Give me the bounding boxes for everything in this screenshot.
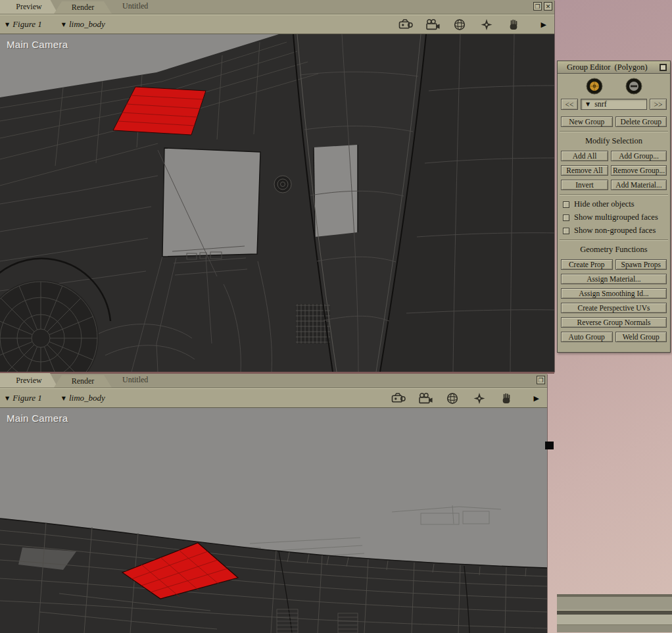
- reverse-group-normals-button[interactable]: Reverse Group Normals: [561, 317, 667, 328]
- remove-all-button[interactable]: Remove All: [561, 165, 608, 176]
- speaker-detail: [274, 176, 291, 193]
- remove-group-button[interactable]: Remove Group...: [611, 165, 667, 176]
- prev-group-button[interactable]: <<: [561, 99, 578, 110]
- tab-preview-label: Preview: [16, 376, 41, 386]
- new-group-button[interactable]: New Group: [561, 116, 613, 127]
- group-editor-panel: Group Editor (Polygon) << ▼ snrf >>: [557, 61, 671, 353]
- add-material-button[interactable]: Add Material...: [611, 180, 667, 190]
- viewport-toolbar: ▼ Figure 1 ▼ limo_body ▶: [0, 388, 547, 408]
- deselect-polygons-tool-icon[interactable]: [625, 78, 642, 95]
- tab-preview[interactable]: Preview: [0, 373, 58, 388]
- auto-group-button[interactable]: Auto Group: [561, 332, 613, 342]
- weld-group-button[interactable]: Weld Group: [615, 332, 667, 342]
- posing-camera-icon[interactable]: [424, 18, 441, 31]
- checkbox-label: Hide other objects: [574, 199, 635, 209]
- group-select-value: snrf: [594, 99, 607, 109]
- chevron-down-icon: ▼: [5, 395, 9, 401]
- document-title: Untitled: [122, 375, 148, 385]
- add-group-button[interactable]: Add Group...: [611, 151, 667, 161]
- tab-render[interactable]: Render: [54, 375, 112, 388]
- figure-menu-label: Figure 1: [12, 19, 42, 30]
- actor-menu[interactable]: ▼ limo_body: [62, 393, 105, 403]
- dock-stripes: [557, 594, 672, 633]
- invert-button[interactable]: Invert: [561, 180, 608, 190]
- figure-menu[interactable]: ▼ Figure 1: [5, 393, 42, 403]
- viewport-bottom: Main Camera: [0, 408, 547, 633]
- move-icon[interactable]: [478, 18, 495, 31]
- create-prop-button[interactable]: Create Prop: [561, 259, 613, 270]
- chevron-down-icon: ▼: [586, 101, 590, 107]
- wireframe-scene-interior[interactable]: [0, 34, 554, 372]
- window-controls: ❐: [537, 376, 545, 384]
- select-polygons-tool-icon[interactable]: [586, 78, 603, 95]
- checkbox-icon[interactable]: [563, 228, 569, 234]
- window-titlebar: Preview Render Untitled ❐: [0, 374, 547, 388]
- face-camera-icon[interactable]: [390, 392, 407, 405]
- camera-controls: ▶: [390, 392, 542, 405]
- viewport-top: Main Camera: [0, 34, 554, 372]
- group-select[interactable]: ▼ snrf: [581, 99, 647, 110]
- spawn-props-button[interactable]: Spawn Props: [615, 259, 667, 270]
- modify-selection-header: Modify Selection: [558, 136, 670, 146]
- tab-render-label: Render: [72, 376, 95, 386]
- face-camera-icon[interactable]: [397, 18, 414, 31]
- desktop: Preview Render Untitled ❐ ✕ ▼ Figure 1 ▼…: [0, 0, 672, 633]
- checkbox-label: Show non-grouped faces: [574, 226, 656, 236]
- add-all-button[interactable]: Add All: [561, 151, 608, 161]
- trackball-icon[interactable]: [451, 18, 468, 31]
- checkbox-icon[interactable]: [563, 215, 569, 221]
- grouping-tools: [558, 78, 670, 95]
- close-icon[interactable]: ✕: [544, 2, 552, 11]
- dock-handle[interactable]: [545, 442, 554, 449]
- divider: [560, 131, 668, 132]
- restore-icon[interactable]: ❐: [533, 2, 542, 11]
- chevron-down-icon: ▼: [62, 395, 66, 401]
- assign-material-button[interactable]: Assign Material...: [561, 274, 667, 284]
- show-multigrouped-faces-checkbox[interactable]: Show multigrouped faces: [563, 213, 665, 222]
- camera-controls: ▶: [397, 18, 549, 31]
- tab-render-label: Render: [72, 3, 95, 13]
- trackball-icon[interactable]: [444, 392, 461, 405]
- group-editor-titlebar[interactable]: Group Editor (Polygon): [558, 61, 670, 74]
- window-titlebar: Preview Render Untitled ❐ ✕: [0, 0, 554, 14]
- camera-name-label[interactable]: Main Camera: [7, 413, 68, 424]
- chevron-down-icon: ▼: [62, 22, 66, 28]
- geometry-functions-header: Geometry Functions: [558, 245, 670, 255]
- posing-camera-icon[interactable]: [417, 392, 434, 405]
- assign-smoothing-id-button[interactable]: Assign Smoothing Id...: [561, 288, 667, 299]
- divider: [560, 240, 668, 241]
- figure-menu-label: Figure 1: [12, 393, 42, 403]
- checkbox-icon[interactable]: [563, 201, 569, 208]
- group-editor-title: Group Editor (Polygon): [567, 63, 648, 72]
- textured-detail: [296, 304, 330, 343]
- actor-menu-label: limo_body: [69, 393, 105, 403]
- camera-name-label[interactable]: Main Camera: [7, 39, 68, 50]
- hide-other-objects-checkbox[interactable]: Hide other objects: [563, 199, 665, 209]
- tab-preview-label: Preview: [16, 2, 41, 12]
- move-icon[interactable]: [471, 392, 488, 405]
- next-group-button[interactable]: >>: [650, 99, 667, 110]
- window-controls: ❐ ✕: [533, 2, 552, 11]
- panel-close-icon[interactable]: [660, 64, 667, 71]
- group-navigator: << ▼ snrf >>: [561, 99, 667, 110]
- create-perspective-uvs-button[interactable]: Create Perspective UVs: [561, 303, 667, 313]
- hand-icon[interactable]: [505, 18, 522, 31]
- panel-expand-icon[interactable]: ▶: [541, 20, 546, 29]
- hand-icon[interactable]: [498, 392, 515, 405]
- wireframe-scene-roof[interactable]: [0, 408, 547, 633]
- show-non-grouped-faces-checkbox[interactable]: Show non-grouped faces: [563, 226, 665, 236]
- document-title: Untitled: [122, 1, 148, 11]
- tab-preview[interactable]: Preview: [0, 0, 58, 14]
- checkbox-label: Show multigrouped faces: [574, 213, 658, 222]
- actor-menu[interactable]: ▼ limo_body: [62, 19, 105, 30]
- delete-group-button[interactable]: Delete Group: [615, 116, 667, 127]
- document-window-top: Preview Render Untitled ❐ ✕ ▼ Figure 1 ▼…: [0, 0, 554, 372]
- figure-menu[interactable]: ▼ Figure 1: [5, 19, 42, 30]
- restore-icon[interactable]: ❐: [537, 376, 545, 384]
- panel-expand-icon[interactable]: ▶: [534, 394, 539, 403]
- actor-menu-label: limo_body: [69, 19, 105, 30]
- viewport-toolbar: ▼ Figure 1 ▼ limo_body ▶: [0, 14, 554, 34]
- document-window-bottom: Preview Render Untitled ❐ ▼ Figure 1 ▼ l…: [0, 374, 547, 633]
- chevron-down-icon: ▼: [5, 22, 9, 28]
- tab-render[interactable]: Render: [54, 1, 112, 14]
